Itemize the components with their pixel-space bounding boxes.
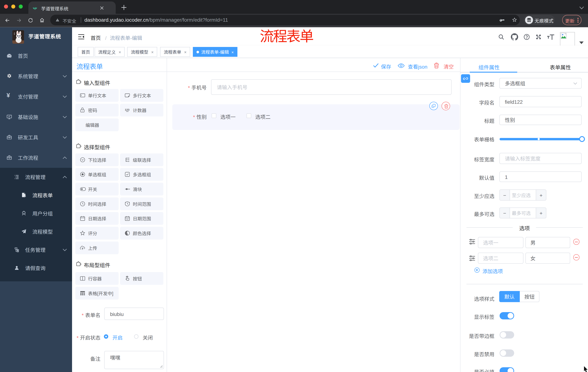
svg-text:123: 123 [125,108,129,111]
